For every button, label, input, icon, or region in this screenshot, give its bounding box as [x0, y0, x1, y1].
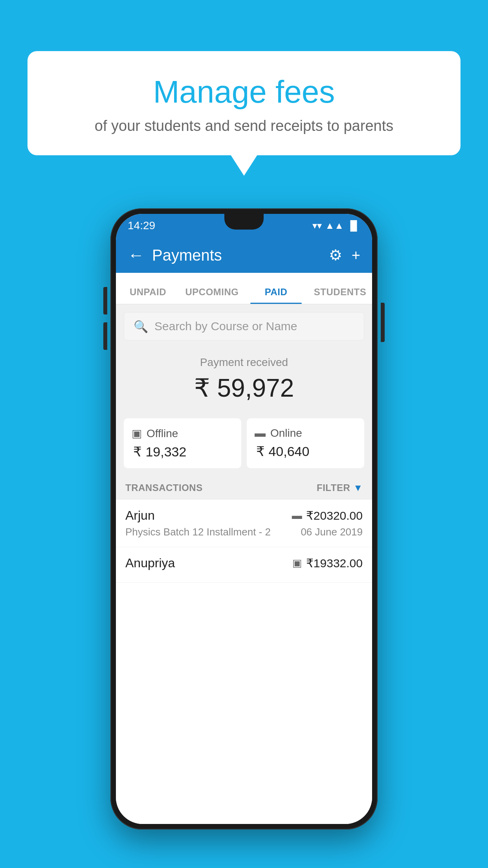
add-icon[interactable]: + [352, 247, 360, 264]
filter-button[interactable]: FILTER ▼ [317, 482, 363, 493]
payment-label: Payment received [124, 356, 364, 369]
transactions-label: TRANSACTIONS [125, 482, 203, 493]
app-title: Payments [152, 246, 329, 264]
transaction-item[interactable]: Anupriya ▣ ₹19332.00 [116, 547, 372, 583]
volume-down-button [103, 322, 107, 350]
tx-row-top-2: Anupriya ▣ ₹19332.00 [125, 556, 363, 570]
payment-cards: ▣ Offline ₹ 19,332 ▬ Online ₹ 40,640 [116, 418, 372, 476]
tx-amount: ₹20320.00 [306, 509, 363, 522]
transactions-header: TRANSACTIONS FILTER ▼ [116, 476, 372, 500]
tx-course: Physics Batch 12 Installment - 2 [125, 526, 271, 538]
search-bar[interactable]: 🔍 Search by Course or Name [124, 312, 364, 340]
wifi-icon: ▾▾ [312, 220, 322, 231]
power-button [381, 303, 385, 342]
tx-amount-2: ₹19332.00 [306, 556, 363, 570]
tx-date: 06 June 2019 [301, 526, 363, 538]
content-area: 🔍 Search by Course or Name Payment recei… [116, 304, 372, 824]
offline-payment-icon: ▣ [132, 427, 142, 440]
payment-summary: Payment received ₹ 59,972 [116, 344, 372, 418]
tabs-bar: UNPAID UPCOMING PAID STUDENTS [116, 273, 372, 304]
tx-offline-icon: ▣ [292, 557, 302, 569]
battery-icon: ▐▌ [347, 220, 360, 231]
search-placeholder: Search by Course or Name [154, 320, 297, 333]
phone-outer: 14:29 ▾▾ ▲▲ ▐▌ ← Payments ⚙ + UNPAID U [110, 208, 378, 829]
tx-row-top: Arjun ▬ ₹20320.00 [125, 508, 363, 523]
online-label: Online [270, 427, 302, 440]
tx-online-icon: ▬ [292, 509, 302, 522]
bubble-title: Manage fees [47, 75, 441, 109]
filter-label: FILTER [317, 482, 350, 493]
online-card-top: ▬ Online [255, 427, 302, 440]
app-bar: ← Payments ⚙ + [116, 237, 372, 273]
transaction-item[interactable]: Arjun ▬ ₹20320.00 Physics Batch 12 Insta… [116, 500, 372, 547]
phone-screen: 14:29 ▾▾ ▲▲ ▐▌ ← Payments ⚙ + UNPAID U [116, 214, 372, 824]
phone-notch [224, 214, 264, 230]
offline-amount: ₹ 19,332 [132, 444, 186, 460]
offline-card: ▣ Offline ₹ 19,332 [124, 418, 241, 468]
tx-name: Arjun [125, 508, 155, 523]
speech-bubble: Manage fees of your students and send re… [28, 51, 460, 155]
tx-row-bottom: Physics Batch 12 Installment - 2 06 June… [125, 526, 363, 538]
app-bar-actions: ⚙ + [329, 246, 360, 264]
online-amount: ₹ 40,640 [255, 443, 309, 459]
tab-unpaid[interactable]: UNPAID [116, 287, 180, 304]
tx-name-2: Anupriya [125, 556, 175, 570]
search-icon: 🔍 [134, 320, 148, 333]
online-card: ▬ Online ₹ 40,640 [247, 418, 364, 468]
filter-icon: ▼ [353, 482, 363, 493]
tx-amount-wrap-2: ▣ ₹19332.00 [292, 556, 363, 570]
phone-container: 14:29 ▾▾ ▲▲ ▐▌ ← Payments ⚙ + UNPAID U [110, 208, 378, 829]
offline-card-top: ▣ Offline [132, 427, 178, 440]
tab-students[interactable]: STUDENTS [308, 287, 372, 304]
tab-upcoming[interactable]: UPCOMING [180, 287, 244, 304]
online-payment-icon: ▬ [255, 427, 266, 440]
tx-amount-wrap: ▬ ₹20320.00 [292, 509, 363, 522]
offline-label: Offline [147, 427, 178, 440]
back-button[interactable]: ← [128, 246, 144, 265]
volume-up-button [103, 287, 107, 314]
status-icons: ▾▾ ▲▲ ▐▌ [312, 220, 360, 231]
bubble-subtitle: of your students and send receipts to pa… [47, 116, 441, 136]
signal-icon: ▲▲ [325, 220, 344, 231]
settings-icon[interactable]: ⚙ [329, 246, 342, 264]
status-time: 14:29 [128, 219, 155, 232]
tab-paid[interactable]: PAID [244, 287, 308, 304]
payment-amount: ₹ 59,972 [124, 373, 364, 403]
transactions-list: Arjun ▬ ₹20320.00 Physics Batch 12 Insta… [116, 500, 372, 824]
